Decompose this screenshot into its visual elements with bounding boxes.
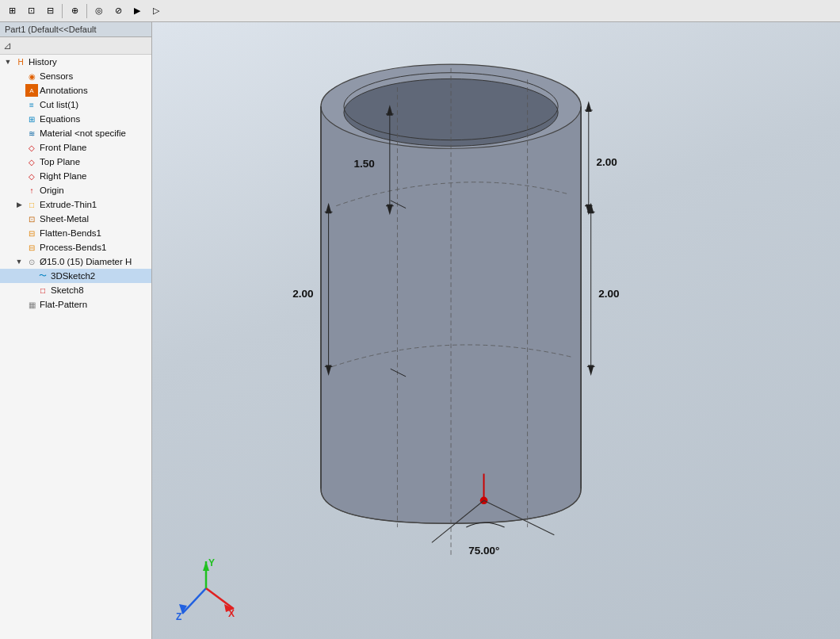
tree-label-history: History (29, 57, 57, 67)
tree-icon-sheetmetal: ⊡ (25, 212, 38, 225)
svg-text:X: X (228, 608, 235, 619)
tree-label-diameter: Ø15.0 (15) Diameter H (40, 257, 132, 266)
tree-label-flatpattern: Flat-Pattern (40, 300, 87, 309)
tree-label-sensors: Sensors (40, 71, 73, 81)
tree-label-sheetmetal: Sheet-Metal (40, 214, 89, 224)
tree-icon-flatpattern: ▦ (25, 298, 38, 311)
tree-item-frontplane[interactable]: ◇Front Plane (0, 140, 151, 155)
tree-label-cutlist: Cut list(1) (40, 100, 78, 109)
svg-line-39 (182, 588, 206, 614)
tree-label-sketch8: Sketch8 (51, 285, 84, 295)
toolbar-btn-4[interactable]: ⊕ (66, 2, 83, 20)
tree-icon-sketch8: □ (36, 284, 49, 297)
toolbar-separator-1 (62, 4, 63, 18)
tree-label-processbends: Process-Bends1 (40, 243, 106, 252)
tree-label-frontplane: Front Plane (40, 143, 86, 152)
tree-item-material[interactable]: ≋Material <not specifie (0, 126, 151, 140)
toolbar-btn-7[interactable]: ▶ (128, 2, 146, 20)
tree-icon-origin: ↑ (25, 184, 38, 197)
tree-icon-diameter: ⊙ (25, 255, 38, 268)
tree-item-history[interactable]: ▼HHistory (0, 55, 151, 69)
svg-text:2.00: 2.00 (598, 288, 619, 300)
tree-label-equations: Equations (40, 114, 80, 124)
svg-text:Y: Y (208, 557, 215, 568)
tree-icon-history: H (14, 55, 27, 68)
svg-text:1.50: 1.50 (353, 158, 374, 170)
tree-item-equations[interactable]: ⊞Equations (0, 112, 151, 126)
toolbar-btn-2[interactable]: ⊡ (22, 2, 40, 20)
tree-item-sheetmetal[interactable]: ⊡Sheet-Metal (0, 212, 151, 226)
tree-item-topplane[interactable]: ◇Top Plane (0, 155, 151, 169)
tree-expand-history[interactable]: ▼ (3, 58, 13, 66)
toolbar-btn-5[interactable]: ◎ (90, 2, 108, 20)
tree-item-extrudethin[interactable]: ▶□Extrude-Thin1 (0, 197, 151, 212)
toolbar-btn-6[interactable]: ⊘ (109, 2, 127, 20)
feature-tree: ▼HHistory ◉Sensors AAnnotations ≡Cut lis… (0, 55, 151, 639)
toolbar-btn-more[interactable]: ▷ (147, 2, 165, 20)
tree-icon-sensors: ◉ (25, 70, 38, 82)
tree-label-flattenbends: Flatten-Bends1 (40, 228, 101, 238)
tree-item-processbends[interactable]: ⊟Process-Bends1 (0, 240, 151, 254)
tree-icon-flattenbends: ⊟ (25, 227, 38, 239)
tree-label-material: Material <not specifie (40, 128, 126, 138)
tree-item-sensors[interactable]: ◉Sensors (0, 69, 151, 83)
tree-item-cutlist[interactable]: ≡Cut list(1) (0, 98, 151, 112)
tree-icon-frontplane: ◇ (25, 141, 38, 154)
svg-marker-30 (588, 365, 594, 376)
main-area: Part1 (Default<<Default ⊿ ▼HHistory ◉Sen… (0, 22, 840, 639)
3d-viewport[interactable]: .dim-line { stroke: #222; stroke-width: … (152, 22, 840, 639)
filter-icon: ⊿ (3, 40, 12, 52)
tree-icon-extrudethin: □ (25, 198, 38, 211)
svg-text:2.00: 2.00 (292, 288, 313, 300)
toolbar-btn-3[interactable]: ⊟ (41, 2, 59, 20)
svg-text:Z: Z (176, 611, 181, 620)
3d-drawing: .dim-line { stroke: #222; stroke-width: … (152, 22, 840, 639)
tree-icon-annotations: A (25, 84, 38, 97)
tree-icon-equations: ⊞ (25, 113, 38, 125)
tree-icon-topplane: ◇ (25, 155, 38, 168)
toolbar: ⊞ ⊡ ⊟ ⊕ ◎ ⊘ ▶ ▷ (0, 0, 840, 22)
tree-icon-material: ≋ (25, 127, 38, 140)
tree-icon-processbends: ⊟ (25, 241, 38, 254)
tree-item-sketch8[interactable]: □Sketch8 (0, 283, 151, 297)
tree-item-diameter[interactable]: ▼⊙Ø15.0 (15) Diameter H (0, 254, 151, 269)
sidebar: Part1 (Default<<Default ⊿ ▼HHistory ◉Sen… (0, 22, 152, 639)
tree-item-3dsketch2[interactable]: 〜3DSketch2 (0, 269, 151, 283)
tree-icon-3dsketch2: 〜 (36, 270, 49, 282)
tree-icon-rightplane: ◇ (25, 170, 38, 182)
tree-label-rightplane: Right Plane (40, 171, 86, 181)
tree-item-flatpattern[interactable]: ▦Flat-Pattern (0, 297, 151, 312)
tree-expand-diameter[interactable]: ▼ (14, 258, 24, 266)
tree-item-rightplane[interactable]: ◇Right Plane (0, 169, 151, 183)
svg-marker-17 (586, 101, 592, 112)
toolbar-btn-1[interactable]: ⊞ (3, 2, 21, 20)
svg-text:75.00°: 75.00° (468, 545, 499, 557)
svg-line-42 (206, 588, 234, 609)
svg-point-1 (344, 78, 558, 146)
tree-icon-cutlist: ≡ (25, 98, 38, 111)
tree-item-annotations[interactable]: AAnnotations (0, 83, 151, 98)
tree-label-topplane: Top Plane (40, 157, 80, 166)
tree-label-extrudethin: Extrude-Thin1 (40, 200, 97, 209)
filter-row: ⊿ (0, 37, 151, 55)
toolbar-separator-2 (86, 4, 87, 18)
tree-expand-extrudethin[interactable]: ▶ (14, 201, 24, 209)
sidebar-header: Part1 (Default<<Default (0, 22, 151, 37)
tree-label-annotations: Annotations (40, 86, 88, 95)
tree-label-3dsketch2: 3DSketch2 (51, 271, 95, 281)
svg-text:2.00: 2.00 (596, 156, 617, 168)
tree-label-origin: Origin (40, 186, 64, 195)
coordinate-axes: Z X Y (174, 557, 238, 620)
tree-item-origin[interactable]: ↑Origin (0, 183, 151, 197)
tree-item-flattenbends[interactable]: ⊟Flatten-Bends1 (0, 226, 151, 240)
